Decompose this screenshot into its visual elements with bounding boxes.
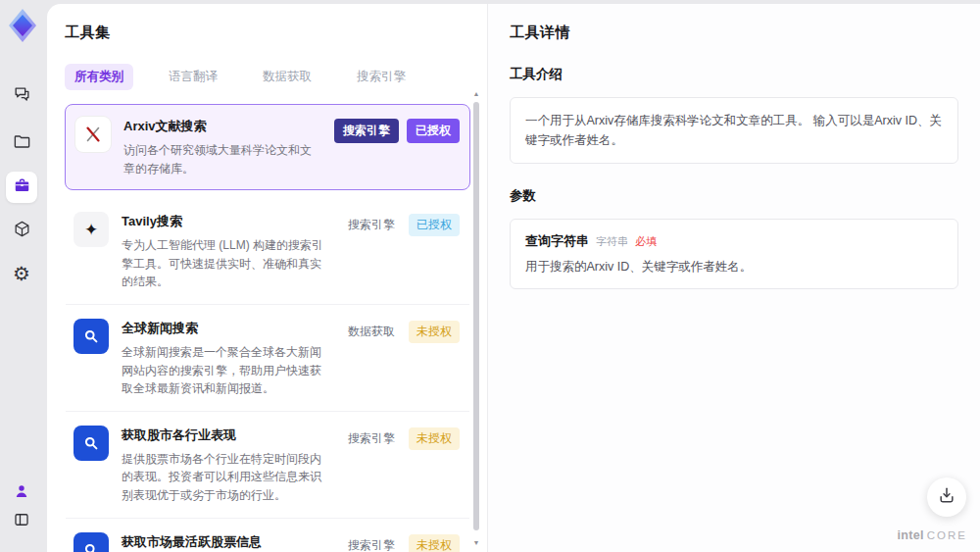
- tool-icon: ✦: [74, 212, 109, 247]
- tool-info: Tavily搜索 专为人工智能代理 (LLM) 构建的搜索引擎工具。可快速提供实…: [122, 212, 329, 291]
- category-tab[interactable]: 语言翻译: [159, 64, 227, 90]
- tool-info: 全球新闻搜索 全球新闻搜索是一个聚合全球各大新闻网站内容的搜索引擎，帮助用户快速…: [122, 319, 329, 398]
- sidebar-item-tools[interactable]: [6, 172, 37, 203]
- tool-detail-pane: 工具详情 工具介绍 一个用于从Arxiv存储库搜索科学论文和文章的工具。 输入可…: [488, 4, 980, 552]
- scrollbar-thumb[interactable]: [473, 102, 479, 530]
- app-logo: [6, 6, 39, 49]
- category-badge: 搜索引擎: [342, 427, 401, 450]
- tool-list: Arxiv文献搜索 访问各个研究领域大量科学论文和文章的存储库。 搜索引擎 已授…: [65, 104, 470, 552]
- intro-heading: 工具介绍: [510, 66, 958, 83]
- app-window: ⚙ 工具集 所有类别 语言翻译: [0, 0, 980, 552]
- param-name: 查询字符串: [525, 232, 589, 250]
- tool-name: 获取股市各行业表现: [122, 427, 329, 444]
- tool-card[interactable]: 获取市场最活跃股票信息 提供当天交易量最高的股票列表，投资者可以利用这些信息来识…: [65, 519, 470, 552]
- scrollbar[interactable]: ▲ ▼: [471, 90, 481, 546]
- tool-icon: [74, 426, 109, 461]
- tool-badges: 数据获取 未授权: [342, 319, 460, 398]
- tool-card[interactable]: 全球新闻搜索 全球新闻搜索是一个聚合全球各大新闻网站内容的搜索引擎，帮助用户快速…: [65, 305, 470, 412]
- params-heading: 参数: [510, 187, 958, 205]
- sidebar-item-files[interactable]: [6, 127, 37, 159]
- tool-icon: [74, 319, 109, 354]
- param-required-flag: 必填: [635, 234, 657, 249]
- scroll-up-icon[interactable]: ▲: [472, 90, 480, 97]
- tool-name: 全球新闻搜索: [122, 320, 329, 337]
- category-badge: 数据获取: [342, 321, 401, 343]
- sidebar-item-chat[interactable]: [6, 80, 37, 112]
- category-badge: 搜索引擎: [342, 214, 401, 236]
- tool-description: 专为人工智能代理 (LLM) 构建的搜索引擎工具。可快速提供实时、准确和真实的结…: [122, 236, 329, 291]
- tool-badges: 搜索引擎 未授权: [342, 532, 460, 552]
- chat-icon: [13, 85, 31, 108]
- sidebar: ⚙: [0, 0, 47, 552]
- gear-icon: ⚙: [13, 264, 30, 283]
- auth-status-badge: 未授权: [409, 534, 460, 552]
- tool-info: 获取市场最活跃股票信息 提供当天交易量最高的股票列表，投资者可以利用这些信息来识…: [122, 532, 329, 552]
- param-type: 字符串: [596, 234, 628, 249]
- download-icon: [937, 485, 956, 509]
- brand-secondary: CORE: [927, 529, 967, 541]
- param-header: 查询字符串 字符串 必填: [525, 232, 943, 250]
- tool-name: 获取市场最活跃股票信息: [122, 533, 329, 551]
- sidebar-item-settings[interactable]: ⚙: [6, 258, 37, 289]
- tool-icon: [75, 117, 111, 152]
- tool-card[interactable]: 获取股市各行业表现 提供股票市场各个行业在特定时间段内的表现。投资者可以利用这些…: [65, 412, 470, 519]
- tool-card[interactable]: Arxiv文献搜索 访问各个研究领域大量科学论文和文章的存储库。 搜索引擎 已授…: [65, 104, 470, 190]
- detail-title: 工具详情: [510, 24, 958, 42]
- user-icon: [13, 482, 30, 504]
- sidebar-item-collapse[interactable]: [6, 506, 37, 537]
- category-badge: 搜索引擎: [342, 534, 401, 552]
- folder-icon: [13, 132, 31, 155]
- toolset-pane: 工具集 所有类别 语言翻译 数据获取 搜索引擎 Arxiv文献搜索 访问各个研究…: [47, 4, 488, 552]
- category-tab[interactable]: 所有类别: [65, 64, 133, 90]
- tool-badges: 搜索引擎 已授权: [342, 212, 460, 291]
- brand-primary: intel: [898, 528, 924, 542]
- auth-status-badge: 已授权: [409, 214, 460, 236]
- tool-description: 访问各个研究领域大量科学论文和文章的存储库。: [123, 141, 321, 177]
- auth-status-badge: 未授权: [409, 427, 460, 450]
- tool-icon: [74, 532, 109, 552]
- category-badge: 搜索引擎: [334, 119, 399, 143]
- tool-description: 全球新闻搜索是一个聚合全球各大新闻网站内容的搜索引擎，帮助用户快速获取全球最新资…: [122, 343, 329, 398]
- category-tab[interactable]: 数据获取: [253, 64, 321, 90]
- tool-badges: 搜索引擎 未授权: [342, 426, 460, 505]
- download-button[interactable]: [927, 477, 966, 517]
- param-description: 用于搜索的Arxiv ID、关键字或作者姓名。: [525, 259, 943, 276]
- intro-box: 一个用于从Arxiv存储库搜索科学论文和文章的工具。 输入可以是Arxiv ID…: [510, 97, 958, 164]
- intel-core-logo: intel CORE: [898, 528, 967, 542]
- sidebar-item-models[interactable]: [6, 215, 37, 246]
- tool-card[interactable]: ✦ Tavily搜索 专为人工智能代理 (LLM) 构建的搜索引擎工具。可快速提…: [65, 198, 470, 305]
- toolset-title: 工具集: [65, 24, 469, 42]
- panel-toggle-icon: [13, 511, 30, 532]
- auth-status-badge: 未授权: [409, 321, 460, 343]
- param-box: 查询字符串 字符串 必填 用于搜索的Arxiv ID、关键字或作者姓名。: [510, 219, 958, 289]
- category-tabs: 所有类别 语言翻译 数据获取 搜索引擎: [65, 64, 469, 90]
- scroll-down-icon[interactable]: ▼: [472, 539, 480, 546]
- toolbox-icon: [13, 176, 31, 199]
- tool-name: Tavily搜索: [122, 213, 329, 230]
- intro-text: 一个用于从Arxiv存储库搜索科学论文和文章的工具。 输入可以是Arxiv ID…: [525, 111, 943, 150]
- sidebar-item-account[interactable]: [6, 477, 37, 509]
- tool-description: 提供股票市场各个行业在特定时间段内的表现。投资者可以利用这些信息来识别表现优于或…: [122, 450, 329, 505]
- tool-info: 获取股市各行业表现 提供股票市场各个行业在特定时间段内的表现。投资者可以利用这些…: [122, 426, 329, 505]
- main-panel: 工具集 所有类别 语言翻译 数据获取 搜索引擎 Arxiv文献搜索 访问各个研究…: [47, 4, 980, 552]
- tool-name: Arxiv文献搜索: [123, 118, 321, 135]
- category-tab[interactable]: 搜索引擎: [347, 64, 416, 90]
- auth-status-badge: 已授权: [407, 119, 460, 143]
- cube-icon: [13, 220, 31, 242]
- tool-info: Arxiv文献搜索 访问各个研究领域大量科学论文和文章的存储库。: [123, 117, 321, 177]
- tool-badges: 搜索引擎 已授权: [334, 117, 460, 177]
